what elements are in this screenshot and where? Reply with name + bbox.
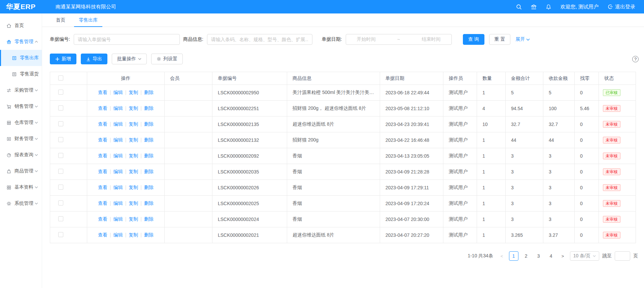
edit-link[interactable]: 编辑 xyxy=(113,90,123,95)
row-checkbox[interactable] xyxy=(58,90,63,95)
sidebar-item-sale[interactable]: 销售管理 xyxy=(0,98,42,115)
sidebar-item-retail-return[interactable]: 零售退货 xyxy=(0,66,42,82)
row-checkbox[interactable] xyxy=(58,121,63,126)
row-actions: 查看|编辑|复制|删除 xyxy=(87,196,165,212)
copy-link[interactable]: 复制 xyxy=(129,137,138,142)
app-logo[interactable]: 华夏ERP xyxy=(0,2,42,11)
tab-retail-out[interactable]: 零售出库 xyxy=(72,13,104,27)
goods-info-input[interactable] xyxy=(207,34,312,45)
sidebar-item-system[interactable]: 系统管理 xyxy=(0,195,42,212)
next-page-button[interactable]: > xyxy=(559,254,567,259)
date-range-picker[interactable]: 开始时间 ~ 结束时间 xyxy=(346,34,452,45)
edit-link[interactable]: 编辑 xyxy=(113,105,123,111)
batch-operation-button[interactable]: 批量操作 xyxy=(112,54,147,64)
tab-home[interactable]: 首页 xyxy=(49,13,72,27)
view-link[interactable]: 查看 xyxy=(98,185,107,190)
delete-link[interactable]: 删除 xyxy=(144,153,154,158)
copy-link[interactable]: 复制 xyxy=(129,200,138,206)
expand-link[interactable]: 展开 xyxy=(515,36,530,42)
delete-link[interactable]: 删除 xyxy=(144,137,154,142)
received-cell: 3 xyxy=(543,212,575,227)
sidebar-item-goods[interactable]: 商品管理 xyxy=(0,163,42,179)
delete-link[interactable]: 删除 xyxy=(144,105,154,111)
view-link[interactable]: 查看 xyxy=(98,90,107,95)
purchase-icon xyxy=(6,88,11,93)
copy-link[interactable]: 复制 xyxy=(129,169,138,174)
export-button[interactable]: 导出 xyxy=(81,54,107,64)
operator-cell: 测试用户 xyxy=(443,196,477,212)
edit-link[interactable]: 编辑 xyxy=(113,216,123,222)
page-button-2[interactable]: 2 xyxy=(521,251,531,261)
page-size-select[interactable]: 10 条/页 xyxy=(570,251,599,261)
page-button-4[interactable]: 4 xyxy=(546,251,556,261)
copy-link[interactable]: 复制 xyxy=(129,105,138,111)
sidebar-item-warehouse[interactable]: 仓库管理 xyxy=(0,115,42,131)
select-all-checkbox[interactable] xyxy=(58,75,63,81)
view-link[interactable]: 查看 xyxy=(98,232,107,237)
qty-cell: 1 xyxy=(477,212,506,227)
logout-button[interactable]: 退出登录 xyxy=(608,4,635,10)
copy-link[interactable]: 复制 xyxy=(129,121,138,127)
edit-link[interactable]: 编辑 xyxy=(113,121,123,127)
bill-no-cell: LSCK00000002132 xyxy=(212,132,287,148)
reset-button[interactable]: 重 置 xyxy=(489,34,511,45)
view-link[interactable]: 查看 xyxy=(98,169,107,174)
edit-link[interactable]: 编辑 xyxy=(113,169,123,174)
search-button[interactable]: 查 询 xyxy=(463,34,484,45)
copy-link[interactable]: 复制 xyxy=(129,185,138,190)
pagination-total: 1-10 共34条 xyxy=(468,253,493,259)
search-icon[interactable] xyxy=(516,4,522,10)
row-checkbox[interactable] xyxy=(58,185,63,190)
copy-link[interactable]: 复制 xyxy=(129,216,138,222)
sidebar-item-purchase[interactable]: 采购管理 xyxy=(0,82,42,98)
date-cell: 2023-04-23 20:39:41 xyxy=(380,117,443,132)
row-checkbox[interactable] xyxy=(58,153,63,158)
row-checkbox[interactable] xyxy=(58,200,63,205)
bell-icon[interactable] xyxy=(546,4,551,10)
page-button-3[interactable]: 3 xyxy=(534,251,543,261)
view-link[interactable]: 查看 xyxy=(98,121,107,127)
sidebar-item-retail[interactable]: 零售管理 xyxy=(0,34,42,50)
row-checkbox[interactable] xyxy=(58,137,63,142)
delete-link[interactable]: 删除 xyxy=(144,121,154,127)
sidebar-item-retail-out[interactable]: 零售出库 xyxy=(0,50,42,66)
sidebar-item-report[interactable]: 报表查询 xyxy=(0,147,42,163)
row-checkbox[interactable] xyxy=(58,232,63,237)
edit-link[interactable]: 编辑 xyxy=(113,153,123,158)
copy-link[interactable]: 复制 xyxy=(129,90,138,95)
delete-link[interactable]: 删除 xyxy=(144,90,154,95)
row-checkbox[interactable] xyxy=(58,169,63,174)
copy-link[interactable]: 复制 xyxy=(129,232,138,237)
column-settings-button[interactable]: 列设置 xyxy=(151,54,183,64)
total-cell: 94.54 xyxy=(506,101,543,117)
delete-link[interactable]: 删除 xyxy=(144,185,154,190)
delete-link[interactable]: 删除 xyxy=(144,200,154,206)
page-button-1[interactable]: 1 xyxy=(509,251,518,261)
view-link[interactable]: 查看 xyxy=(98,137,107,142)
platform-icon[interactable] xyxy=(531,4,537,10)
row-checkbox[interactable] xyxy=(58,216,63,221)
edit-link[interactable]: 编辑 xyxy=(113,137,123,142)
prev-page-button[interactable]: < xyxy=(498,254,506,259)
add-button[interactable]: 新增 xyxy=(50,54,76,64)
row-checkbox[interactable] xyxy=(58,105,63,110)
delete-link[interactable]: 删除 xyxy=(144,232,154,237)
view-link[interactable]: 查看 xyxy=(98,200,107,206)
sidebar-item-home[interactable]: 首页 xyxy=(0,18,42,34)
bill-no-input[interactable] xyxy=(74,34,180,45)
edit-link[interactable]: 编辑 xyxy=(113,232,123,237)
view-link[interactable]: 查看 xyxy=(98,216,107,222)
edit-link[interactable]: 编辑 xyxy=(113,200,123,206)
view-link[interactable]: 查看 xyxy=(98,153,107,158)
view-link[interactable]: 查看 xyxy=(98,105,107,111)
sidebar-item-basic[interactable]: 基本资料 xyxy=(0,179,42,195)
help-icon[interactable]: ? xyxy=(632,56,639,62)
column-header: 操作 xyxy=(87,72,165,85)
copy-link[interactable]: 复制 xyxy=(129,153,138,158)
row-actions: 查看|编辑|复制|删除 xyxy=(87,101,165,117)
delete-link[interactable]: 删除 xyxy=(144,216,154,222)
jump-page-input[interactable] xyxy=(615,251,630,261)
sidebar-item-finance[interactable]: 财务管理 xyxy=(0,131,42,147)
delete-link[interactable]: 删除 xyxy=(144,169,154,174)
edit-link[interactable]: 编辑 xyxy=(113,185,123,190)
